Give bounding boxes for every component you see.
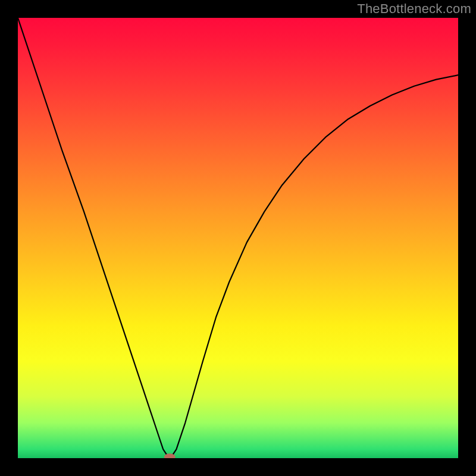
plot-area bbox=[18, 18, 458, 458]
bottleneck-curve bbox=[18, 18, 458, 456]
chart-frame: TheBottleneck.com bbox=[0, 0, 476, 476]
minimum-marker bbox=[164, 454, 175, 458]
watermark-text: TheBottleneck.com bbox=[357, 1, 471, 17]
curve-svg bbox=[18, 18, 458, 458]
